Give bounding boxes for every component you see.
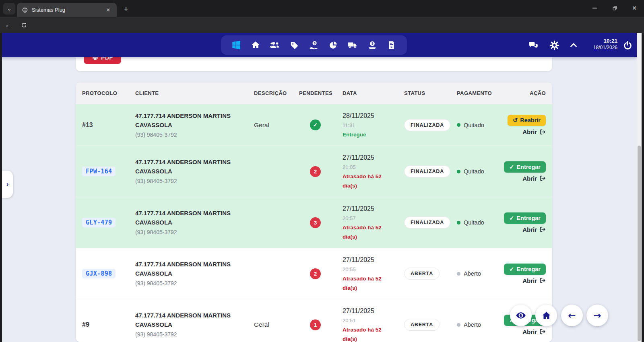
pending-badge: 1 xyxy=(310,319,321,330)
protocol-value[interactable]: GLY-479 xyxy=(82,218,116,227)
open-link[interactable]: Abrir xyxy=(522,175,546,182)
open-link[interactable]: Abrir xyxy=(522,128,546,135)
open-link-label: Abrir xyxy=(522,328,537,335)
view-fab[interactable] xyxy=(510,305,532,326)
payment-dot xyxy=(457,221,460,225)
description-value: Geral xyxy=(254,321,299,328)
open-link[interactable]: Abrir xyxy=(522,226,546,233)
open-external-icon xyxy=(539,328,546,335)
client-phone: (93) 98405-3792 xyxy=(135,177,254,185)
settings-gear-icon[interactable] xyxy=(548,39,560,51)
previous-page-fab[interactable]: ← xyxy=(561,305,583,326)
client-name: 47.177.714 ANDERSON MARTINS CAVASSOLA xyxy=(135,111,232,130)
open-link[interactable]: Abrir xyxy=(522,277,546,284)
tab-search-button[interactable]: ⌄ xyxy=(3,3,15,14)
pie-chart-icon[interactable] xyxy=(327,39,339,51)
open-external-icon xyxy=(539,277,546,284)
client-phone: (93) 98405-3792 xyxy=(135,228,254,237)
protocol-value[interactable]: GJX-898 xyxy=(82,269,116,278)
date-text: 18/01/2026 xyxy=(581,45,617,51)
sidebar-expander[interactable]: › xyxy=(2,171,13,198)
client-phone: (93) 98405-3792 xyxy=(135,130,254,139)
home-icon[interactable] xyxy=(250,39,262,51)
window-frame-right xyxy=(642,33,644,342)
status-badge: ABERTA xyxy=(404,319,440,331)
header-acao: AÇÃO xyxy=(489,90,546,96)
svg-text:$: $ xyxy=(314,41,316,45)
date-value: 27/11/2025 xyxy=(343,306,404,316)
browser-window: ⌄ Sistemas Plug ✕ + ✕ ← xyxy=(0,0,644,342)
chevron-up-icon[interactable] xyxy=(568,39,580,51)
client-name: 47.177.714 ANDERSON MARTINS CAVASSOLA xyxy=(135,208,232,227)
open-link[interactable]: Abrir xyxy=(522,328,546,335)
protocol-value[interactable]: #13 xyxy=(82,122,93,128)
truck-icon[interactable] xyxy=(347,39,359,51)
minimize-icon xyxy=(592,8,597,8)
table-header-row: PROTOCOLO CLIENTE DESCRIÇÃO PENDENTES DA… xyxy=(76,82,552,104)
open-link-label: Abrir xyxy=(522,277,537,284)
window-minimize-button[interactable] xyxy=(586,0,604,16)
client-name: 47.177.714 ANDERSON MARTINS CAVASSOLA xyxy=(135,157,232,176)
globe-icon xyxy=(22,7,28,13)
client-phone: (93) 98405-3792 xyxy=(135,330,254,339)
windows-logo-icon[interactable] xyxy=(230,39,242,51)
open-link-label: Abrir xyxy=(522,175,537,182)
invoice-dollar-icon[interactable]: $ xyxy=(386,39,398,51)
action-button-label: Reabrir xyxy=(520,117,541,124)
tag-icon[interactable] xyxy=(289,39,301,51)
action-button-icon: ✓ xyxy=(509,164,514,170)
scrollbar-track[interactable] xyxy=(637,33,642,342)
pending-badge: 2 xyxy=(310,166,321,177)
action-button[interactable]: ✓ Entregar xyxy=(504,264,546,275)
action-button[interactable]: ↺ Reabrir xyxy=(508,115,546,126)
open-link-label: Abrir xyxy=(522,128,537,135)
clients-icon[interactable] xyxy=(269,39,281,51)
window-frame-left xyxy=(0,33,2,342)
header-cliente: CLIENTE xyxy=(135,90,254,96)
date-value: 27/11/2025 xyxy=(343,204,404,214)
coin-deposit-icon[interactable]: $ xyxy=(366,39,378,51)
header-data: DATA xyxy=(343,90,404,96)
action-button-icon: ✓ xyxy=(509,215,514,221)
browser-tab[interactable]: Sistemas Plug ✕ xyxy=(17,3,117,17)
scrollbar-thumb[interactable] xyxy=(638,146,641,341)
next-page-fab[interactable]: → xyxy=(586,305,608,326)
tab-strip: ⌄ Sistemas Plug ✕ + ✕ xyxy=(0,0,644,17)
hand-dollar-icon[interactable]: $ xyxy=(308,39,320,51)
header-pendentes: PENDENTES xyxy=(299,90,343,96)
pending-badge: 2 xyxy=(310,268,321,279)
browser-toolbar: ← https://atacado.sistemasplug.com/publi… xyxy=(0,17,644,33)
date-value: 27/11/2025 xyxy=(343,255,404,265)
restore-icon xyxy=(612,6,617,11)
delivery-note: Atrasado há 52 dia(s) xyxy=(343,172,386,190)
action-button-icon: ↺ xyxy=(513,117,518,124)
messages-icon[interactable] xyxy=(527,39,539,51)
client-name: 47.177.714 ANDERSON MARTINS CAVASSOLA xyxy=(135,311,232,329)
time-value: 20:51 xyxy=(343,316,404,325)
app-header: $ $ xyxy=(0,33,637,57)
power-icon[interactable] xyxy=(621,39,634,51)
status-badge: ABERTA xyxy=(404,268,440,280)
payment-label: Aberto xyxy=(464,270,481,277)
time-value: 11:31 xyxy=(343,121,404,130)
protocol-value[interactable]: #9 xyxy=(82,321,89,328)
header-descricao: DESCRIÇÃO xyxy=(254,90,299,96)
action-button[interactable]: ✓ Entregar xyxy=(504,161,546,173)
header-right-cluster: 10:21 18/01/2026 xyxy=(492,33,637,57)
action-button[interactable]: ✓ Entregar xyxy=(504,212,546,224)
tab-close-icon[interactable]: ✕ xyxy=(105,6,112,14)
svg-text:$: $ xyxy=(391,45,393,49)
orders-table: PROTOCOLO CLIENTE DESCRIÇÃO PENDENTES DA… xyxy=(76,82,552,342)
date-value: 27/11/2025 xyxy=(343,152,404,163)
window-close-button[interactable]: ✕ xyxy=(625,0,643,16)
eye-icon xyxy=(515,310,526,321)
protocol-value[interactable]: FPW-164 xyxy=(82,167,116,176)
open-link-label: Abrir xyxy=(522,226,537,233)
new-tab-button[interactable]: + xyxy=(120,3,132,15)
refresh-button[interactable] xyxy=(18,17,30,33)
window-restore-button[interactable] xyxy=(606,0,623,16)
home-fab[interactable] xyxy=(535,305,557,326)
browser-back-button[interactable]: ← xyxy=(2,17,14,33)
action-button-label: Entregar xyxy=(516,215,541,221)
arrow-left-icon: ← xyxy=(568,310,576,321)
